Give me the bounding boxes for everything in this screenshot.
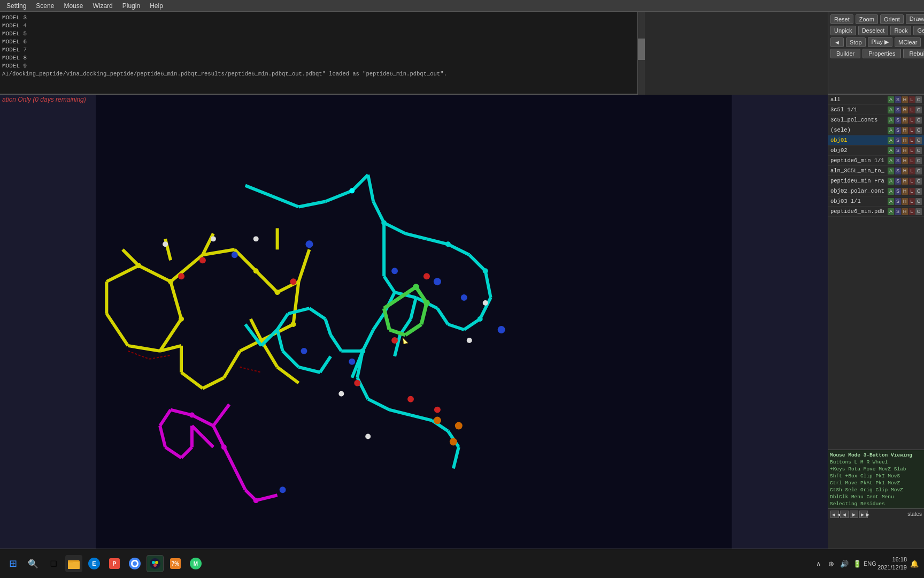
obj-btn-c-4[interactable]: C — [915, 137, 922, 144]
obj-btn-a-1[interactable]: A — [888, 107, 894, 113]
obj-btn-a-0[interactable]: A — [888, 96, 894, 103]
object-row-6[interactable]: peptide6_min 1/1ASHLC — [828, 156, 924, 166]
taskview-button[interactable]: ❑ — [45, 555, 62, 572]
object-row-3[interactable]: (sele)ASHLC — [828, 125, 924, 135]
obj-btn-h-9[interactable]: H — [902, 188, 908, 195]
object-row-5[interactable]: obj02ASHLC — [828, 146, 924, 156]
obj-btn-s-10[interactable]: S — [895, 198, 901, 205]
obj-btn-h-11[interactable]: H — [902, 208, 908, 215]
obj-btn-l-7[interactable]: L — [908, 168, 915, 174]
obj-btn-c-7[interactable]: C — [915, 168, 922, 174]
obj-btn-c-8[interactable]: C — [915, 178, 922, 185]
console-scrollbar[interactable] — [637, 12, 645, 95]
object-row-1[interactable]: 3c5l 1/1ASHLC — [828, 105, 924, 115]
obj-btn-a-5[interactable]: A — [888, 147, 894, 154]
obj-btn-l-11[interactable]: L — [908, 208, 915, 215]
deselect-button[interactable]: Deselect — [858, 26, 889, 35]
obj-btn-a-11[interactable]: A — [888, 208, 894, 215]
menu-mouse[interactable]: Mouse — [59, 1, 87, 11]
start-button[interactable]: ⊞ — [4, 555, 21, 572]
obj-btn-h-4[interactable]: H — [902, 137, 908, 144]
menu-help[interactable]: Help — [145, 1, 167, 11]
obj-btn-l-4[interactable]: L — [908, 137, 915, 144]
orient-button[interactable]: Orient — [880, 14, 904, 24]
obj-btn-l-1[interactable]: L — [908, 107, 915, 113]
obj-btn-h-3[interactable]: H — [902, 127, 908, 134]
obj-btn-c-1[interactable]: C — [915, 107, 922, 113]
obj-btn-c-0[interactable]: C — [915, 96, 922, 103]
object-row-9[interactable]: obj02_polar_contASHLC — [828, 186, 924, 196]
state-prev-prev[interactable]: ◄◄ — [830, 511, 839, 518]
obj-btn-l-8[interactable]: L — [908, 178, 915, 185]
obj-btn-h-10[interactable]: H — [902, 198, 908, 205]
obj-btn-s-11[interactable]: S — [895, 208, 901, 215]
main-viewport[interactable]: ation Only (0 days remaining) — [0, 95, 828, 549]
obj-btn-s-2[interactable]: S — [895, 117, 901, 124]
obj-btn-a-2[interactable]: A — [888, 117, 894, 124]
obj-btn-l-2[interactable]: L — [908, 117, 915, 124]
object-row-11[interactable]: peptide6_min.pdbASHLC — [828, 207, 924, 217]
obj-btn-a-7[interactable]: A — [888, 168, 894, 174]
obj-btn-h-8[interactable]: H — [902, 178, 908, 185]
builder-button[interactable]: Builder — [830, 49, 860, 58]
object-row-7[interactable]: aln_3C5L_min_to_ASHLC — [828, 166, 924, 176]
state-next-next[interactable]: ►► — [859, 511, 868, 518]
file-explorer-icon[interactable] — [65, 555, 82, 572]
tray-volume[interactable]: 🔊 — [839, 558, 850, 569]
notification-bell[interactable]: 🔔 — [909, 558, 920, 569]
obj-btn-l-3[interactable]: L — [908, 127, 915, 134]
app-icon-4[interactable]: M — [187, 555, 204, 572]
zoom-button[interactable]: Zoom — [856, 14, 878, 24]
obj-btn-s-9[interactable]: S — [895, 188, 901, 195]
obj-btn-s-6[interactable]: S — [895, 157, 901, 164]
obj-btn-a-10[interactable]: A — [888, 198, 894, 205]
menu-scene[interactable]: Scene — [32, 1, 58, 11]
reset-button[interactable]: Reset — [830, 14, 853, 24]
tray-battery[interactable]: 🔋 — [852, 558, 863, 569]
mclear-button[interactable]: MClear — [895, 37, 921, 47]
menu-wizard[interactable]: Wizard — [88, 1, 117, 11]
obj-btn-c-2[interactable]: C — [915, 117, 922, 124]
obj-btn-c-5[interactable]: C — [915, 147, 922, 154]
obj-btn-s-5[interactable]: S — [895, 147, 901, 154]
stop-button[interactable]: Stop — [846, 37, 866, 47]
app-icon-2[interactable]: P — [106, 555, 123, 572]
obj-btn-a-4[interactable]: A — [888, 137, 894, 144]
pymol-icon[interactable] — [147, 555, 164, 572]
rock-button[interactable]: Rock — [890, 26, 911, 35]
menu-setting[interactable]: Setting — [2, 1, 30, 11]
search-button[interactable]: 🔍 — [25, 555, 42, 572]
object-row-4[interactable]: obj01ASHLC — [828, 135, 924, 146]
obj-btn-c-11[interactable]: C — [915, 208, 922, 215]
menu-plugin[interactable]: Plugin — [118, 1, 144, 11]
object-row-10[interactable]: obj03 1/1ASHLC — [828, 196, 924, 207]
obj-btn-h-0[interactable]: H — [902, 96, 908, 103]
unpick-button[interactable]: Unpick — [830, 26, 856, 35]
properties-button[interactable]: Properties — [863, 49, 901, 58]
rebuild-button[interactable]: Rebuild — [903, 49, 924, 58]
obj-btn-h-7[interactable]: H — [902, 168, 908, 174]
obj-btn-a-6[interactable]: A — [888, 157, 894, 164]
state-next[interactable]: ► — [850, 511, 858, 518]
object-row-0[interactable]: allASHLC — [828, 95, 924, 105]
obj-btn-s-8[interactable]: S — [895, 178, 901, 185]
obj-btn-l-5[interactable]: L — [908, 147, 915, 154]
obj-btn-s-1[interactable]: S — [895, 107, 901, 113]
prev-button[interactable]: ◄ — [830, 37, 844, 47]
clock[interactable]: 16:18 2021/12/19 — [877, 556, 907, 572]
state-prev[interactable]: ◄ — [840, 511, 849, 518]
app-icon-1[interactable]: E — [86, 555, 103, 572]
obj-btn-s-4[interactable]: S — [895, 137, 901, 144]
app-icon-chrome[interactable] — [126, 555, 143, 572]
console-scrollbar-thumb[interactable] — [638, 39, 645, 60]
obj-btn-a-8[interactable]: A — [888, 178, 894, 185]
play-button[interactable]: Play ▶ — [868, 37, 892, 47]
app-icon-3[interactable]: 7% — [167, 555, 184, 572]
obj-btn-s-7[interactable]: S — [895, 168, 901, 174]
obj-btn-c-10[interactable]: C — [915, 198, 922, 205]
object-row-2[interactable]: 3c5l_pol_contsASHLC — [828, 115, 924, 125]
obj-btn-a-3[interactable]: A — [888, 127, 894, 134]
obj-btn-h-6[interactable]: H — [902, 157, 908, 164]
obj-btn-l-6[interactable]: L — [908, 157, 915, 164]
getview-button[interactable]: Get View — [913, 26, 924, 35]
